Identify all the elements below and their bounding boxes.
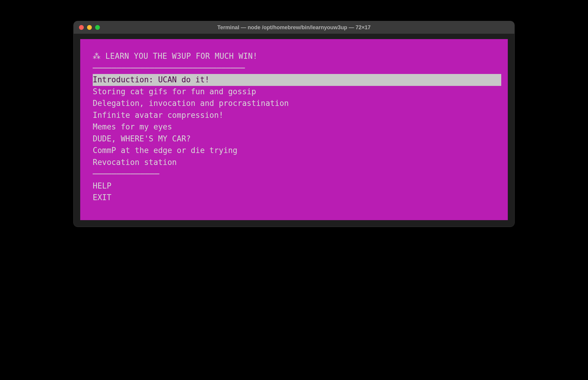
divider-top: ──────────────────────────────── — [80, 62, 508, 74]
menu-item-label: CommP at the edge or die trying — [93, 146, 237, 155]
window-title: Terminal — node /opt/homebrew/bin/learny… — [74, 24, 514, 31]
menu-item-delegation[interactable]: Delegation, invocation and procrastinati… — [80, 98, 508, 109]
menu-item-label: Revocation station — [93, 158, 177, 167]
menu-item-label: EXIT — [93, 193, 112, 202]
terminal-body: ⁂ LEARN YOU THE W3UP FOR MUCH WIN! ─────… — [74, 34, 514, 227]
window-titlebar: Terminal — node /opt/homebrew/bin/learny… — [74, 21, 514, 34]
app-heading: ⁂ LEARN YOU THE W3UP FOR MUCH WIN! — [80, 50, 508, 62]
menu-item-label: Introduction: UCAN do it! — [93, 75, 209, 84]
terminal-window: Terminal — node /opt/homebrew/bin/learny… — [73, 21, 515, 227]
menu-item-dude-car[interactable]: DUDE, WHERE'S MY CAR? — [80, 133, 508, 145]
heading-icon: ⁂ — [93, 52, 100, 61]
app-content: ⁂ LEARN YOU THE W3UP FOR MUCH WIN! ─────… — [80, 39, 508, 220]
menu-item-label: Infinite avatar compression! — [93, 111, 223, 120]
menu-item-commp[interactable]: CommP at the edge or die trying — [80, 145, 508, 157]
menu-item-help[interactable]: HELP — [80, 180, 508, 192]
minimize-icon[interactable] — [87, 25, 92, 30]
menu-item-revocation[interactable]: Revocation station — [80, 157, 508, 169]
menu-item-infinite-avatar[interactable]: Infinite avatar compression! — [80, 109, 508, 121]
heading-text: LEARN YOU THE W3UP FOR MUCH WIN! — [100, 52, 257, 61]
traffic-lights — [74, 25, 100, 30]
menu-item-label: Storing cat gifs for fun and gossip — [93, 87, 256, 96]
menu-item-storing-cat-gifs[interactable]: Storing cat gifs for fun and gossip — [80, 86, 508, 98]
menu-item-label: Memes for my eyes — [93, 122, 172, 131]
maximize-icon[interactable] — [95, 25, 100, 30]
close-icon[interactable] — [79, 25, 84, 30]
menu-item-label: DUDE, WHERE'S MY CAR? — [93, 134, 191, 143]
menu-item-introduction[interactable]: Introduction: UCAN do it! — [93, 74, 501, 86]
menu-item-exit[interactable]: EXIT — [80, 192, 508, 204]
divider-bottom: ────────────── — [80, 168, 508, 180]
menu-item-label: Delegation, invocation and procrastinati… — [93, 99, 289, 108]
menu-item-memes[interactable]: Memes for my eyes — [80, 121, 508, 133]
menu-item-label: HELP — [93, 181, 112, 190]
